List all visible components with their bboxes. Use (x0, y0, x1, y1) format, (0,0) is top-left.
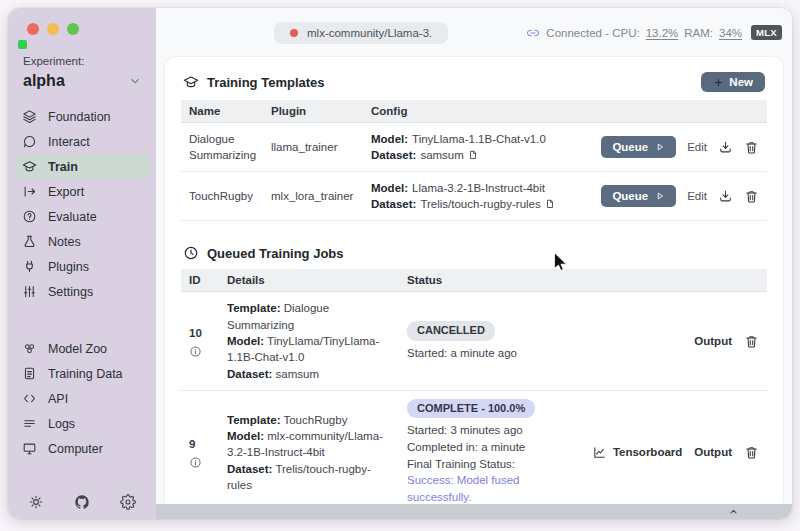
flask-icon (22, 234, 37, 249)
sidebar-item-plugins[interactable]: Plugins (16, 254, 150, 279)
sidebar-item-logs[interactable]: Logs (16, 411, 150, 436)
download-icon (718, 140, 733, 155)
column-header-status: Status (399, 269, 589, 292)
column-header-details: Details (219, 269, 399, 292)
bottom-drawer-bar[interactable] (156, 504, 792, 519)
sidebar-item-computer[interactable]: Computer (16, 436, 150, 461)
queue-button[interactable]: Queue (601, 185, 676, 207)
sidebar-item-api[interactable]: API (16, 386, 150, 411)
output-button[interactable]: Output (694, 333, 732, 349)
job-actions: Tensorboard Output (589, 391, 767, 504)
template-actions: Queue Edit (602, 123, 767, 172)
model-value: TinyLlama-1.1B-Chat-v1.0 (412, 131, 546, 147)
sidebar-footer (8, 494, 156, 510)
zoom-window-button[interactable] (67, 23, 79, 35)
topbar: mlx-community/Llama-3. Connected - CPU: … (156, 8, 792, 57)
settings-gear-icon[interactable] (120, 494, 136, 510)
connection-status[interactable]: Connected - CPU: 13.2% RAM: 34% MLX (526, 25, 782, 40)
status-final-label: Final Training Status: (407, 456, 581, 473)
template-name: TouchRugby (181, 172, 263, 221)
download-icon (718, 189, 733, 204)
queue-button-label: Queue (612, 190, 648, 202)
column-header-config: Config (363, 100, 602, 123)
chevron-up-icon (728, 506, 739, 517)
app-window: Experiment: alpha Foundation Interact Tr… (8, 8, 792, 519)
model-status-dot (290, 29, 298, 37)
section-title: Training Templates (207, 75, 325, 90)
clock-icon (183, 245, 199, 261)
sidebar-item-interact[interactable]: Interact (16, 129, 150, 154)
plus-icon (713, 77, 724, 88)
job-id-value: 10 (189, 325, 202, 341)
info-icon[interactable] (189, 456, 202, 469)
info-icon[interactable] (189, 345, 202, 358)
primary-nav: Foundation Interact Train Export Evaluat… (16, 104, 150, 304)
dataset-value: samsum (420, 147, 463, 163)
sidebar-item-settings[interactable]: Settings (16, 279, 150, 304)
chat-icon (22, 134, 37, 149)
theme-sun-icon[interactable] (28, 494, 44, 510)
tensorboard-button[interactable]: Tensorboard (592, 444, 682, 460)
model-pill-label: mlx-community/Llama-3. (307, 27, 432, 39)
close-window-button[interactable] (27, 23, 39, 35)
edit-button[interactable]: Edit (687, 139, 707, 155)
template-plugin: llama_trainer (263, 123, 363, 172)
layers-icon (22, 109, 37, 124)
document-icon (22, 366, 37, 381)
download-button[interactable] (718, 140, 733, 155)
sidebar-item-train[interactable]: Train (16, 154, 150, 179)
sidebar-item-notes[interactable]: Notes (16, 229, 150, 254)
chevron-down-icon (128, 74, 142, 88)
minimize-window-button[interactable] (47, 23, 59, 35)
template-config: Model:Llama-3.2-1B-Instruct-4bit Dataset… (363, 172, 602, 221)
github-icon[interactable] (74, 494, 90, 510)
engine-badge: MLX (751, 25, 782, 40)
sidebar-item-label: Plugins (48, 260, 89, 274)
file-icon[interactable] (468, 150, 478, 160)
sidebar-item-label: Computer (48, 442, 103, 456)
sidebar-item-label: Evaluate (48, 210, 97, 224)
sidebar-item-training-data[interactable]: Training Data (16, 361, 150, 386)
edit-button[interactable]: Edit (687, 188, 707, 204)
plug-icon (22, 259, 37, 274)
dataset-label: Dataset: (371, 196, 416, 212)
queue-button[interactable]: Queue (601, 136, 676, 158)
shapes-icon (22, 341, 37, 356)
sidebar-item-evaluate[interactable]: Evaluate (16, 204, 150, 229)
job-actions: Output (589, 292, 767, 391)
template-plugin: mlx_lora_trainer (263, 172, 363, 221)
delete-job-button[interactable] (744, 445, 759, 460)
model-label: Model: (371, 131, 408, 147)
trash-icon (744, 189, 759, 204)
delete-job-button[interactable] (744, 334, 759, 349)
training-templates-table: Name Plugin Config Dialogue Summarizing … (181, 100, 767, 221)
link-icon (526, 26, 540, 40)
file-icon[interactable] (545, 199, 555, 209)
job-status: COMPLETE - 100.0% Started: 3 minutes ago… (399, 391, 589, 504)
experiment-name: alpha (23, 72, 65, 90)
model-label: Model: (227, 335, 264, 347)
dataset-value: Trelis/touch-rugby-rules (420, 196, 540, 212)
connection-text: Connected - CPU: (546, 27, 639, 39)
template-label: Template: (227, 302, 280, 314)
sidebar-item-label: Notes (48, 235, 81, 249)
download-button[interactable] (718, 189, 733, 204)
output-button[interactable]: Output (694, 444, 732, 460)
monitor-icon (22, 441, 37, 456)
experiment-selector[interactable]: alpha (23, 72, 142, 90)
sidebar-item-model-zoo[interactable]: Model Zoo (16, 336, 150, 361)
sidebar-item-export[interactable]: Export (16, 179, 150, 204)
play-icon (655, 191, 665, 201)
delete-template-button[interactable] (744, 189, 759, 204)
section-title: Queued Training Jobs (207, 246, 344, 261)
sidebar-item-label: Logs (48, 417, 75, 431)
column-header-id: ID (181, 269, 219, 292)
ram-value: 34% (719, 27, 742, 39)
sidebar-item-label: API (48, 392, 68, 406)
delete-template-button[interactable] (744, 140, 759, 155)
foundation-model-pill[interactable]: mlx-community/Llama-3. (274, 22, 448, 44)
ram-label: RAM: (684, 27, 713, 39)
new-template-button[interactable]: New (701, 72, 765, 92)
sidebar-item-foundation[interactable]: Foundation (16, 104, 150, 129)
status-badge: COMPLETE - 100.0% (407, 399, 535, 418)
